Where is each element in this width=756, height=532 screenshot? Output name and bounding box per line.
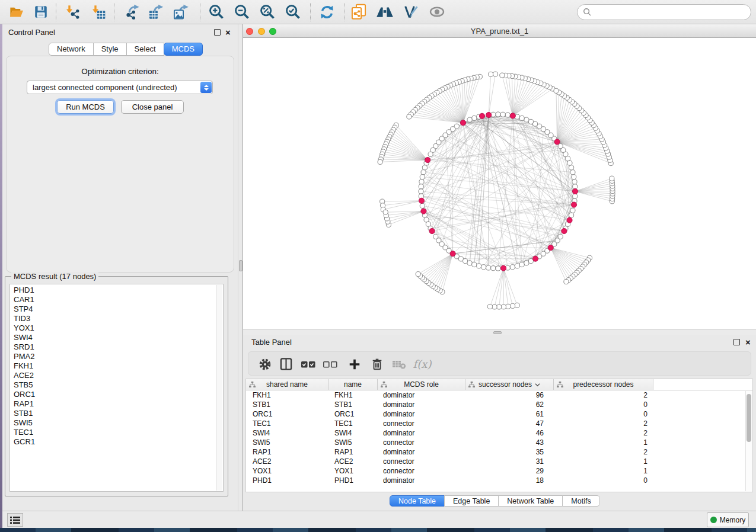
network-hub-node[interactable] xyxy=(419,198,424,203)
mcds-result-item[interactable]: PHD1 xyxy=(10,286,223,295)
hide-details-icon[interactable] xyxy=(401,2,421,22)
network-node[interactable] xyxy=(569,213,574,217)
cell-name[interactable]: SWI5 xyxy=(328,438,378,447)
tab-motifs[interactable]: Motifs xyxy=(562,495,599,507)
zoom-selected-icon[interactable] xyxy=(283,2,303,22)
mcds-result-item[interactable]: YOX1 xyxy=(10,323,223,333)
network-hub-node[interactable] xyxy=(421,209,426,214)
cell-successor_nodes[interactable]: 96 xyxy=(465,390,554,400)
network-node[interactable] xyxy=(422,165,427,170)
mcds-result-item[interactable]: CAR1 xyxy=(10,295,223,305)
network-node[interactable] xyxy=(416,272,420,277)
cell-name[interactable]: RAP1 xyxy=(328,447,378,457)
close-panel-icon[interactable]: × xyxy=(745,338,751,347)
network-node[interactable] xyxy=(570,208,575,213)
cell-successor_nodes[interactable]: 18 xyxy=(465,476,554,485)
network-node[interactable] xyxy=(528,119,533,124)
network-node[interactable] xyxy=(419,189,423,194)
cell-mcds_role[interactable]: dominator xyxy=(378,409,465,419)
network-node[interactable] xyxy=(573,184,578,189)
settings-gear-icon[interactable] xyxy=(256,355,275,373)
tab-network[interactable]: Network xyxy=(49,43,94,56)
network-hub-node[interactable] xyxy=(460,120,465,126)
cell-mcds_role[interactable]: connector xyxy=(378,457,465,466)
cell-mcds_role[interactable]: connector xyxy=(378,466,465,476)
table-row[interactable]: SWI4SWI4dominator462 xyxy=(246,428,752,438)
vertical-splitter[interactable] xyxy=(238,24,243,511)
network-hub-node[interactable] xyxy=(562,228,567,233)
network-hub-node[interactable] xyxy=(425,158,430,163)
network-node[interactable] xyxy=(515,303,519,307)
cell-predecessor_nodes[interactable]: 0 xyxy=(554,400,653,409)
network-node[interactable] xyxy=(472,262,477,267)
network-node[interactable] xyxy=(610,176,614,181)
column-header-name[interactable]: name xyxy=(328,379,378,390)
table-row[interactable]: ACE2ACE2connector311 xyxy=(246,457,752,466)
binoculars-icon[interactable] xyxy=(375,2,395,22)
tab-network-table[interactable]: Network Table xyxy=(498,495,563,507)
network-hub-node[interactable] xyxy=(532,256,538,261)
cell-predecessor_nodes[interactable]: 0 xyxy=(554,476,653,485)
network-hub-node[interactable] xyxy=(450,251,455,257)
network-node[interactable] xyxy=(501,305,506,309)
network-hub-node[interactable] xyxy=(501,265,506,271)
network-node[interactable] xyxy=(558,144,563,149)
clear-table-icon[interactable] xyxy=(390,355,409,373)
network-node[interactable] xyxy=(558,234,563,239)
network-node[interactable] xyxy=(487,304,492,309)
mcds-result-item[interactable]: STP4 xyxy=(10,305,223,314)
network-node[interactable] xyxy=(493,72,497,76)
float-panel-icon[interactable] xyxy=(733,339,740,345)
network-node[interactable] xyxy=(424,217,429,222)
network-node[interactable] xyxy=(510,265,515,270)
network-node[interactable] xyxy=(497,305,502,309)
horizontal-splitter[interactable] xyxy=(243,329,756,335)
mcds-result-item[interactable]: SWI5 xyxy=(10,418,223,428)
cell-successor_nodes[interactable]: 29 xyxy=(465,466,554,476)
network-hub-node[interactable] xyxy=(429,228,435,233)
cell-shared_name[interactable]: ORC1 xyxy=(246,409,328,419)
cell-mcds_role[interactable]: connector xyxy=(378,419,465,428)
network-node[interactable] xyxy=(519,116,524,120)
mcds-result-item[interactable]: GCR1 xyxy=(10,437,223,447)
cell-predecessor_nodes[interactable]: 1 xyxy=(554,438,653,447)
mcds-result-item[interactable]: STB1 xyxy=(10,409,223,418)
toggle-columns-icon[interactable] xyxy=(276,355,295,373)
cell-predecessor_nodes[interactable]: 2 xyxy=(554,447,653,457)
network-hub-node[interactable] xyxy=(486,112,492,117)
float-panel-icon[interactable] xyxy=(214,29,221,36)
cell-successor_nodes[interactable]: 61 xyxy=(465,409,554,419)
task-history-button[interactable] xyxy=(7,513,23,527)
cell-shared_name[interactable]: PHD1 xyxy=(246,476,328,485)
network-node[interactable] xyxy=(491,266,496,271)
cell-predecessor_nodes[interactable]: 1 xyxy=(554,466,653,476)
table-row[interactable]: ORC1ORC1dominator610 xyxy=(246,409,752,419)
tab-style[interactable]: Style xyxy=(93,43,127,56)
network-node[interactable] xyxy=(467,117,472,122)
open-icon[interactable] xyxy=(6,2,26,22)
mcds-result-item[interactable]: ACE2 xyxy=(10,371,223,380)
network-node[interactable] xyxy=(524,117,529,122)
network-graph[interactable] xyxy=(243,38,756,329)
splitter-handle[interactable] xyxy=(239,260,243,271)
zoom-in-icon[interactable] xyxy=(206,2,227,22)
network-node[interactable] xyxy=(496,266,500,271)
cell-predecessor_nodes[interactable]: 2 xyxy=(554,419,653,428)
table-row[interactable]: TEC1TEC1connector472 xyxy=(246,419,752,428)
eye-icon[interactable] xyxy=(427,2,447,22)
network-node[interactable] xyxy=(506,304,511,309)
mcds-result-item[interactable]: TEC1 xyxy=(10,428,223,437)
table-row[interactable]: SWI5SWI5connector431 xyxy=(246,438,752,447)
cell-name[interactable]: PHD1 xyxy=(328,476,378,485)
memory-button[interactable]: Memory xyxy=(707,512,749,527)
mcds-result-item[interactable]: TID3 xyxy=(10,314,223,323)
cell-mcds_role[interactable]: connector xyxy=(378,438,465,447)
close-panel-icon[interactable]: × xyxy=(225,28,231,37)
network-node[interactable] xyxy=(428,152,433,156)
network-node[interactable] xyxy=(467,261,472,265)
network-node[interactable] xyxy=(481,265,486,270)
mcds-list-scrollbar[interactable] xyxy=(216,285,222,491)
network-node[interactable] xyxy=(519,262,524,267)
network-node[interactable] xyxy=(419,184,423,189)
mcds-result-item[interactable]: RAP1 xyxy=(10,399,223,409)
